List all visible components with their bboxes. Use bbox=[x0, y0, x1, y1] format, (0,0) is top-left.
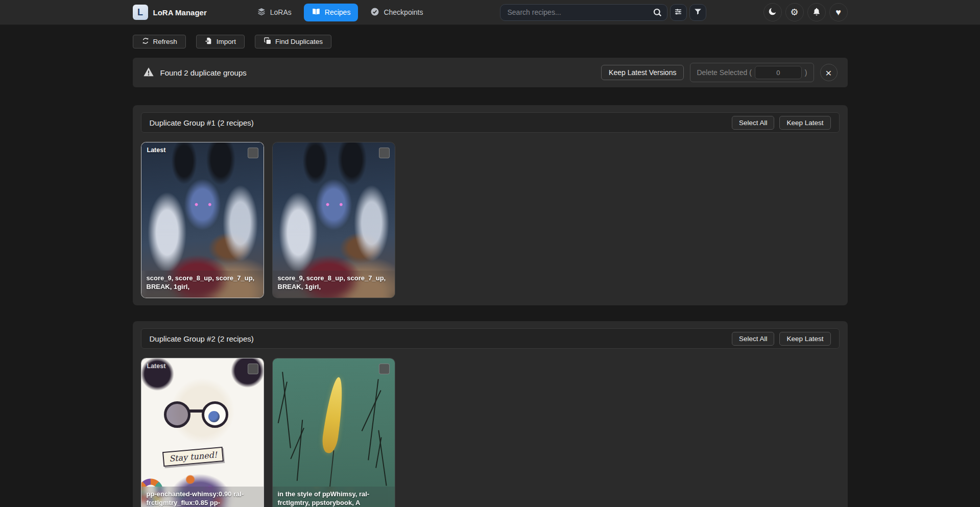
copy-icon bbox=[264, 37, 272, 46]
group-title: Duplicate Group #1 (2 recipes) bbox=[150, 118, 254, 127]
search-icon[interactable] bbox=[651, 6, 664, 19]
selected-count-input[interactable] bbox=[755, 66, 802, 79]
twig-art bbox=[368, 379, 378, 460]
cat-glasses-left-lens bbox=[164, 401, 190, 428]
select-all-button[interactable]: Select All bbox=[732, 332, 775, 346]
refresh-label: Refresh bbox=[153, 38, 177, 45]
tab-label: LoRAs bbox=[270, 8, 292, 16]
delete-selected-prefix: Delete Selected ( bbox=[697, 68, 751, 77]
search-bar bbox=[500, 4, 667, 21]
delete-selected-suffix: ) bbox=[805, 68, 807, 77]
keep-latest-button[interactable]: Keep Latest bbox=[779, 332, 830, 346]
group-header: Duplicate Group #2 (2 recipes) Select Al… bbox=[141, 328, 840, 349]
toolbar: Refresh Import Find Duplicates bbox=[133, 35, 848, 49]
tab-recipes[interactable]: Recipes bbox=[304, 4, 358, 21]
app-title: LoRA Manager bbox=[153, 8, 207, 17]
import-label: Import bbox=[217, 38, 236, 45]
warning-icon bbox=[143, 66, 154, 79]
recipe-card[interactable]: Stay tuned! Latest pp-enchanted-whimsy:0… bbox=[141, 358, 264, 507]
tab-loras[interactable]: LoRAs bbox=[252, 4, 297, 21]
keep-latest-versions-button[interactable]: Keep Latest Versions bbox=[601, 65, 684, 80]
select-all-button[interactable]: Select All bbox=[732, 116, 775, 130]
layers-icon bbox=[257, 7, 266, 18]
group-title: Duplicate Group #2 (2 recipes) bbox=[150, 334, 254, 343]
refresh-icon bbox=[141, 37, 150, 46]
alert-message: Found 2 duplicate groups bbox=[160, 68, 247, 77]
twig-art bbox=[282, 372, 291, 448]
search-input[interactable] bbox=[500, 4, 667, 21]
gear-icon: ⚙ bbox=[790, 8, 798, 17]
cat-glasses-right-lens bbox=[202, 401, 228, 428]
close-icon: × bbox=[825, 67, 831, 78]
heart-icon: ♥ bbox=[835, 8, 841, 17]
recipe-card[interactable]: score_9, score_8_up, score_7_up, BREAK, … bbox=[272, 142, 395, 298]
stay-tuned-sign: Stay tuned! bbox=[162, 447, 223, 467]
tab-checkpoints[interactable]: Checkpoints bbox=[365, 4, 428, 21]
app-logo-icon: L bbox=[133, 5, 148, 20]
duplicate-group-1: Duplicate Group #1 (2 recipes) Select Al… bbox=[133, 105, 848, 305]
feather-art bbox=[320, 376, 346, 454]
latest-badge: Latest bbox=[147, 147, 166, 154]
card-checkbox[interactable] bbox=[379, 148, 390, 158]
group-cards: Stay tuned! Latest pp-enchanted-whimsy:0… bbox=[141, 358, 840, 507]
recipe-card[interactable]: Latest score_9, score_8_up, score_7_up, … bbox=[141, 142, 264, 298]
latest-badge: Latest bbox=[147, 363, 166, 370]
keep-latest-button[interactable]: Keep Latest bbox=[779, 116, 830, 130]
group-header: Duplicate Group #1 (2 recipes) Select Al… bbox=[141, 112, 840, 133]
import-button[interactable]: Import bbox=[196, 35, 245, 49]
filter-button[interactable] bbox=[689, 4, 706, 21]
recipe-prompt-caption: score_9, score_8_up, score_7_up, BREAK, … bbox=[273, 271, 395, 298]
brand[interactable]: L LoRA Manager bbox=[133, 5, 207, 20]
funnel-icon bbox=[694, 7, 702, 17]
card-checkbox[interactable] bbox=[248, 364, 258, 374]
recipe-preview-image bbox=[273, 358, 395, 507]
group-cards: Latest score_9, score_8_up, score_7_up, … bbox=[141, 142, 840, 298]
open-book-icon bbox=[312, 7, 321, 18]
notifications-button[interactable] bbox=[807, 3, 826, 21]
cat-glasses-bridge bbox=[188, 409, 204, 413]
recipe-prompt-caption: score_9, score_8_up, score_7_up, BREAK, … bbox=[141, 271, 264, 298]
duplicate-group-2: Duplicate Group #2 (2 recipes) Select Al… bbox=[133, 321, 848, 507]
recipe-preview-image: Stay tuned! bbox=[141, 358, 264, 507]
nav-icon-buttons: ⚙ ♥ bbox=[763, 3, 848, 21]
sliders-icon bbox=[674, 7, 683, 18]
duplicates-alert-banner: Found 2 duplicate groups Keep Latest Ver… bbox=[133, 58, 848, 87]
recipe-prompt-caption: in the style of ppWhimsy, ral-frctlgmtry… bbox=[273, 487, 395, 507]
nav-tabs: LoRAs Recipes Checkpoints bbox=[252, 4, 428, 21]
check-circle-icon bbox=[370, 7, 379, 18]
logo-letter: L bbox=[137, 7, 143, 18]
find-duplicates-label: Find Duplicates bbox=[275, 38, 323, 45]
settings-button[interactable]: ⚙ bbox=[785, 3, 804, 21]
card-checkbox[interactable] bbox=[248, 148, 258, 158]
file-import-icon bbox=[205, 37, 213, 46]
card-checkbox[interactable] bbox=[379, 364, 390, 374]
recipe-prompt-caption: pp-enchanted-whimsy:0.90 ral-frctlgmtry_… bbox=[141, 487, 264, 507]
bell-icon bbox=[812, 7, 821, 18]
support-button[interactable]: ♥ bbox=[829, 3, 848, 21]
refresh-button[interactable]: Refresh bbox=[133, 35, 186, 49]
recipe-card[interactable]: in the style of ppWhimsy, ral-frctlgmtry… bbox=[272, 358, 395, 507]
tab-label: Checkpoints bbox=[384, 8, 423, 16]
search-options-button[interactable] bbox=[670, 4, 687, 21]
moon-icon bbox=[768, 7, 777, 18]
delete-selected-button[interactable]: Delete Selected ( ) bbox=[690, 63, 814, 82]
navbar: L LoRA Manager LoRAs Recipes C bbox=[0, 0, 980, 25]
close-alert-button[interactable]: × bbox=[820, 64, 838, 81]
twig-art bbox=[378, 430, 387, 486]
twig-art bbox=[296, 420, 302, 481]
theme-toggle-button[interactable] bbox=[763, 3, 782, 21]
find-duplicates-button[interactable]: Find Duplicates bbox=[255, 35, 331, 49]
tab-label: Recipes bbox=[325, 8, 351, 16]
